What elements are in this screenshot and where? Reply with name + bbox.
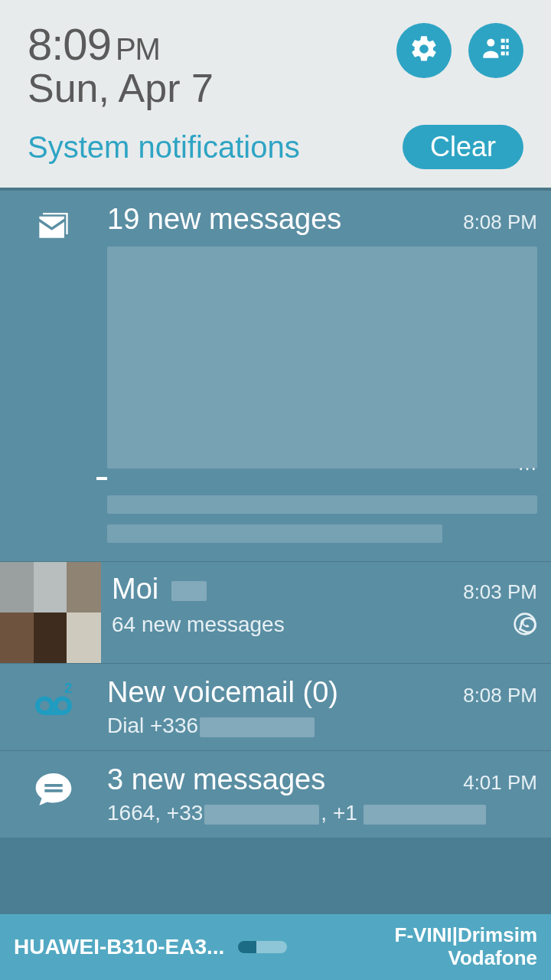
notification-subtitle: Dial +336 — [107, 714, 537, 738]
header-icon-buttons — [396, 18, 523, 78]
shade-gap — [0, 838, 551, 914]
svg-rect-4 — [506, 45, 508, 49]
svg-rect-1 — [501, 39, 505, 43]
status-bar: HUAWEI-B310-EA3... F-VINI|Drimsim Vodafo… — [0, 914, 551, 980]
contacts-grid-icon — [481, 34, 511, 67]
wifi-strength-icon — [238, 941, 287, 953]
svg-rect-2 — [506, 39, 508, 43]
messaging-icon — [32, 768, 75, 814]
svg-rect-5 — [501, 51, 505, 55]
svg-rect-12 — [44, 784, 62, 787]
wifi-ssid: HUAWEI-B310-EA3... — [14, 935, 224, 959]
time-value: 8:09 — [28, 19, 111, 69]
notification-title: 3 new messages — [107, 763, 325, 796]
notification-time: 4:01 PM — [463, 771, 537, 795]
contacts-button[interactable] — [468, 23, 523, 78]
clock-block: 8:09PM Sun, Apr 7 — [28, 18, 214, 111]
section-label: System notifications — [28, 130, 300, 165]
avatar — [0, 562, 101, 663]
settings-button[interactable] — [396, 23, 452, 78]
gmail-icon — [32, 207, 75, 253]
notification-time: 8:08 PM — [463, 211, 537, 234]
notification-title: 19 new messages — [107, 203, 341, 236]
carrier-label: F-VINI|Drimsim Vodafone — [395, 924, 537, 970]
notification-subtitle: 64 new messages — [112, 612, 285, 637]
notification-title: Moi — [112, 573, 207, 606]
gear-icon — [409, 34, 439, 67]
time-ampm: PM — [116, 32, 160, 66]
voicemail-icon: 2 — [32, 681, 75, 727]
svg-text:2: 2 — [64, 681, 72, 696]
svg-rect-13 — [44, 789, 62, 792]
notification-voicemail[interactable]: 2 New voicemail (0) 8:08 PM Dial +336 — [0, 663, 551, 750]
notification-title: New voicemail (0) — [107, 676, 338, 709]
time: 8:09PM — [28, 18, 214, 70]
date: Sun, Apr 7 — [28, 65, 214, 111]
svg-rect-6 — [506, 51, 508, 55]
clear-button[interactable]: Clear — [403, 125, 523, 169]
notification-body-redacted: … — [107, 247, 537, 543]
svg-point-0 — [487, 39, 494, 47]
svg-rect-3 — [501, 45, 505, 49]
notification-gmail[interactable]: 19 new messages 8:08 PM … — [0, 188, 551, 561]
notification-time: 8:03 PM — [463, 580, 537, 604]
whatsapp-icon — [513, 612, 537, 639]
notification-time: 8:08 PM — [463, 684, 537, 707]
notification-list: 19 new messages 8:08 PM … Moi 8:03 PM — [0, 188, 551, 914]
notification-shade-header: 8:09PM Sun, Apr 7 System notifications C… — [0, 0, 551, 188]
notification-subtitle: 1664, +33, +1 — [107, 801, 537, 825]
notification-whatsapp[interactable]: Moi 8:03 PM 64 new messages — [0, 561, 551, 663]
notification-sms[interactable]: 3 new messages 4:01 PM 1664, +33, +1 — [0, 750, 551, 838]
